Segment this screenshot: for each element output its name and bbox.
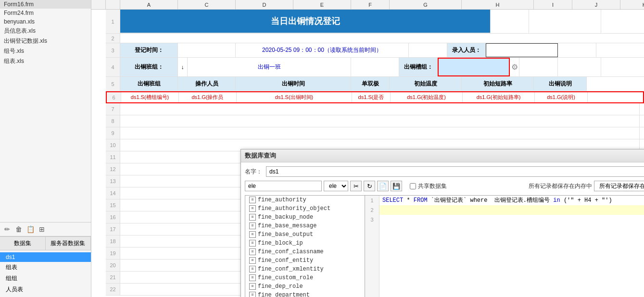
col-header-g: G	[390, 0, 462, 9]
cell-6-time[interactable]: ds1.S(出铜时间)	[237, 92, 352, 102]
scissors-icon[interactable]: ✂	[350, 181, 362, 191]
cell-6-rest[interactable]	[588, 92, 644, 102]
cell-9[interactable]	[120, 127, 640, 139]
table-icon: ≡	[249, 214, 256, 221]
label-copper-group: 出铜班组：	[120, 58, 178, 76]
cell-4-f[interactable]	[351, 58, 399, 76]
list-item-label: fine_conf_entity	[258, 257, 313, 264]
sidebar-nav-staff-table[interactable]: 人员表	[0, 284, 91, 295]
database-query-dialog: 数据库查询 × 名字： ele ✂ ↻ 📄 💾	[240, 149, 644, 297]
dialog-name-input[interactable]	[266, 166, 644, 177]
sidebar-file-group-table[interactable]: 组表.xls	[0, 56, 91, 66]
cell-4-i2[interactable]	[519, 58, 558, 76]
row-num-14: 14	[106, 187, 120, 199]
expand-icon[interactable]: ⊞	[37, 224, 47, 235]
cell-6-single[interactable]: ds1.S(是否	[352, 92, 391, 102]
local-dataset-tab[interactable]: 数据集	[0, 237, 46, 250]
cell-4-j[interactable]	[558, 58, 601, 76]
sidebar-nav-group[interactable]: 组组	[0, 273, 91, 284]
sidebar-file-copper[interactable]: 出铜登记数据.xls	[0, 36, 91, 46]
cell-3-i[interactable]	[558, 43, 596, 57]
label-copper-slot: 出铜槽组：	[399, 58, 438, 76]
cell-4-arrow[interactable]: ↓	[178, 58, 188, 76]
list-item-fine-conf-entity[interactable]: ≡ fine_conf_entity	[245, 256, 365, 265]
server-dataset-tab[interactable]: 服务器数据集	[46, 237, 91, 250]
dialog-status-dropdown[interactable]: 所有记录都保存在内存中	[594, 181, 644, 191]
list-item-fine-authority[interactable]: ≡ fine_authority	[245, 196, 365, 204]
table-icon: ≡	[249, 274, 256, 281]
sidebar-file-group-num[interactable]: 组号.xls	[0, 46, 91, 56]
cell-1-g[interactable]	[529, 10, 601, 33]
sidebar-file-form24[interactable]: Form24.frm	[0, 9, 91, 17]
col-header-j: J	[572, 0, 620, 9]
sql-text-area[interactable]: SELECT * FROM `出铜登记表` where 出铜登记表.槽组编号 i…	[379, 196, 644, 297]
sidebar-file-form16[interactable]: Form16.frm	[0, 0, 91, 9]
copy-icon[interactable]: 📋	[25, 224, 36, 235]
col-header-h: H	[462, 0, 534, 9]
main-area: A C D E F G H I J K L M N O 1 当日出铜情况登记	[91, 0, 644, 297]
spreadsheet-title: 当日出铜情况登记	[120, 10, 491, 33]
edit-icon[interactable]: ✏	[2, 224, 13, 235]
cell-1-f[interactable]	[491, 10, 529, 33]
sidebar-nav-ds1[interactable]: ds1	[0, 252, 91, 262]
row-5: 5 出铜班组 操作人员 出铜时间 单双极 初始温度 初始短路率 出铜说明	[106, 77, 644, 91]
value-copper-group[interactable]: 出铜一班	[188, 58, 351, 76]
dialog-name-label: 名字：	[245, 168, 262, 176]
file-icon[interactable]: 📄	[377, 181, 389, 191]
sql-content: 1 2 3 SELECT * FROM `出铜登记表` where 出铜登记表.…	[365, 196, 644, 297]
refresh-icon[interactable]: ↻	[364, 181, 375, 191]
cell-5-rest[interactable]	[587, 77, 644, 91]
cell-3-f[interactable]	[409, 43, 447, 57]
col-header-k: K	[620, 0, 644, 9]
value-copper-slot[interactable]	[438, 58, 510, 76]
cell-2-empty[interactable]	[120, 34, 644, 43]
list-item-fine-backup-node[interactable]: ≡ fine_backup_node	[245, 213, 365, 222]
list-item-fine-block-ip[interactable]: ≡ fine_block_ip	[245, 239, 365, 248]
cell-8[interactable]	[120, 115, 640, 127]
dialog-sql-editor[interactable]: 1 2 3 SELECT * FROM `出铜登记表` where 出铜登记表.…	[365, 195, 644, 297]
value-register-time[interactable]: 2020-05-25 09：00：00（读取系统当前时间）	[236, 43, 409, 57]
list-item-fine-department[interactable]: ≡ fine_department	[245, 291, 365, 297]
row-7: 7	[106, 103, 644, 115]
share-dataset-checkbox[interactable]	[410, 183, 416, 189]
row-num-13: 13	[106, 175, 120, 187]
list-item-fine-custom-role[interactable]: ≡ fine_custom_role	[245, 273, 365, 282]
cell-3-j[interactable]	[596, 43, 644, 57]
dialog-search-input[interactable]	[245, 181, 322, 191]
cell-6-group[interactable]: ds1.S(槽组编号)	[121, 92, 179, 102]
cell-6-operator[interactable]: ds1.G(操作员	[179, 92, 237, 102]
cell-3-c[interactable]	[178, 43, 236, 57]
list-item-fine-base-message[interactable]: ≡ fine_base_message	[245, 222, 365, 230]
sidebar-file-list: Form16.frm Form24.frm benyuan.xls 员信息表.x…	[0, 0, 91, 222]
cell-1-h[interactable]	[601, 10, 644, 33]
list-item-fine-authority-object[interactable]: ≡ fine_authority_object	[245, 204, 365, 213]
table-icon: ≡	[249, 266, 256, 272]
list-item-fine-dep-role[interactable]: ≡ fine_dep_role	[245, 282, 365, 291]
list-item-fine-conf-xmlentity[interactable]: ≡ fine_conf_xmlentity	[245, 265, 365, 273]
value-input-person[interactable]	[486, 43, 558, 57]
sidebar-file-staff[interactable]: 员信息表.xls	[0, 26, 91, 36]
sidebar-file-benyuan[interactable]: benyuan.xls	[0, 17, 91, 26]
cell-6-temp[interactable]: ds1.G(初始温度)	[391, 92, 463, 102]
list-item-label: fine_authority	[258, 197, 306, 203]
row-num-11: 11	[106, 151, 120, 163]
col-head-init-short: 初始短路率	[462, 77, 534, 91]
sidebar-nav-group-table[interactable]: 组表	[0, 262, 91, 273]
table-icon: ≡	[249, 240, 256, 247]
delete-icon[interactable]: 🗑	[13, 224, 24, 235]
list-item-fine-base-output[interactable]: ≡ fine_base_output	[245, 230, 365, 239]
row-4: 4 出铜班组： ↓ 出铜一班 出铜槽组： ⚙	[106, 58, 644, 77]
list-item-label: fine_conf_classname	[258, 248, 324, 255]
cell-6-desc[interactable]: ds1.G(说明)	[535, 92, 588, 102]
row-num-5: 5	[106, 77, 120, 91]
cell-6-short[interactable]: ds1.G(初始短路率)	[463, 92, 535, 102]
cell-7[interactable]	[120, 103, 640, 115]
save-icon[interactable]: 💾	[391, 181, 402, 191]
dialog-titlebar[interactable]: 数据库查询 ×	[241, 149, 644, 162]
list-item-fine-conf-classname[interactable]: ≡ fine_conf_classname	[245, 248, 365, 256]
sql-line-num-3: 3	[365, 215, 379, 224]
gear-icon[interactable]: ⚙	[510, 58, 519, 76]
dialog-search-dropdown[interactable]: ele	[324, 181, 348, 191]
sql-star: *	[403, 197, 414, 204]
list-item-label: fine_block_ip	[258, 240, 303, 247]
